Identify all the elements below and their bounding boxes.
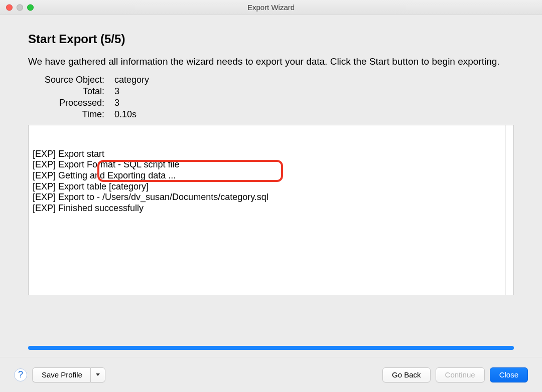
window-title: Export Wizard	[247, 3, 295, 12]
summary-value-source-object: category	[114, 75, 514, 85]
window-controls	[6, 4, 34, 11]
scrollbar-track[interactable]	[505, 125, 513, 295]
save-profile-dropdown[interactable]	[90, 367, 105, 382]
page-description: We have gathered all information the wiz…	[28, 55, 514, 69]
summary-value-total: 3	[114, 86, 514, 97]
close-button[interactable]: Close	[490, 367, 528, 382]
titlebar: Export Wizard	[0, 0, 542, 15]
log-line: [EXP] Export to - /Users/dv_susan/Docume…	[33, 192, 509, 203]
log-container: [EXP] Export start[EXP] Export Format - …	[28, 125, 514, 337]
content-area: Start Export (5/5) We have gathered all …	[0, 15, 542, 357]
log-line: [EXP] Getting and Exporting data ...	[33, 170, 509, 181]
close-label: Close	[499, 370, 518, 379]
summary-label-processed: Processed:	[34, 98, 104, 108]
page-title: Start Export (5/5)	[28, 32, 514, 46]
progress-bar	[28, 346, 514, 350]
chevron-down-icon	[96, 373, 100, 376]
footer: ? Save Profile Go Back Continue Close	[0, 357, 542, 392]
continue-label: Continue	[445, 370, 475, 379]
save-profile-button[interactable]: Save Profile	[32, 367, 90, 382]
help-button[interactable]: ?	[14, 368, 27, 381]
summary-grid: Source Object: category Total: 3 Process…	[34, 75, 514, 120]
summary-value-processed: 3	[114, 98, 514, 108]
log-line: [EXP] Export table [category]	[33, 181, 509, 192]
continue-button: Continue	[436, 367, 485, 382]
log-line: [EXP] Export Format - SQL script file	[33, 159, 509, 170]
go-back-button[interactable]: Go Back	[382, 367, 431, 382]
export-wizard-window: Export Wizard Start Export (5/5) We have…	[0, 0, 542, 392]
save-profile-label: Save Profile	[42, 370, 82, 379]
summary-label-time: Time:	[34, 109, 104, 120]
close-window-icon[interactable]	[6, 4, 13, 11]
summary-value-time: 0.10s	[114, 109, 514, 120]
minimize-window-icon	[17, 4, 23, 11]
summary-label-source-object: Source Object:	[34, 75, 104, 85]
export-log[interactable]: [EXP] Export start[EXP] Export Format - …	[28, 125, 514, 295]
zoom-window-icon[interactable]	[27, 4, 34, 11]
summary-label-total: Total:	[34, 86, 104, 97]
log-line: [EXP] Finished successfully	[33, 203, 509, 214]
go-back-label: Go Back	[392, 370, 421, 379]
log-line: [EXP] Export start	[33, 149, 509, 160]
